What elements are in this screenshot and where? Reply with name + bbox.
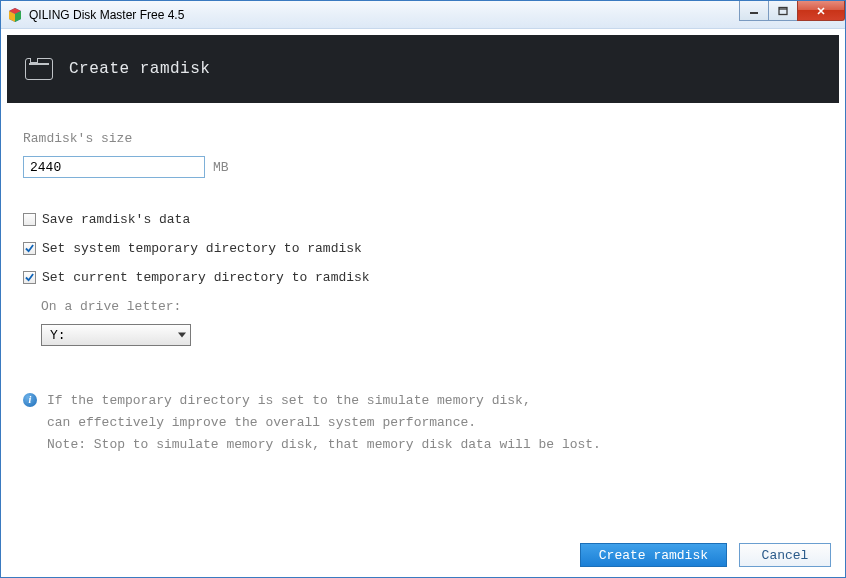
window-controls — [740, 1, 845, 21]
checkbox-label: Set system temporary directory to ramdis… — [42, 241, 362, 256]
size-label: Ramdisk's size — [23, 131, 823, 146]
app-window: QILING Disk Master Free 4.5 Create ramdi… — [0, 0, 846, 578]
maximize-button[interactable] — [768, 1, 798, 21]
checkbox-label: Set current temporary directory to ramdi… — [42, 270, 370, 285]
size-input[interactable] — [23, 156, 205, 178]
cancel-button[interactable]: Cancel — [739, 543, 831, 567]
chevron-down-icon — [178, 333, 186, 338]
checkbox-system-temp[interactable]: Set system temporary directory to ramdis… — [23, 241, 823, 256]
form-area: Ramdisk's size MB Save ramdisk's data Se… — [1, 103, 845, 456]
size-unit: MB — [213, 160, 229, 175]
drive-letter-dropdown[interactable]: Y: — [41, 324, 191, 346]
minimize-button[interactable] — [739, 1, 769, 21]
drive-label: On a drive letter: — [41, 299, 823, 314]
checkbox-label: Save ramdisk's data — [42, 212, 190, 227]
info-text: If the temporary directory is set to the… — [47, 390, 601, 456]
info-icon: i — [23, 393, 37, 407]
footer: Create ramdisk Cancel — [580, 543, 831, 567]
create-ramdisk-button[interactable]: Create ramdisk — [580, 543, 727, 567]
close-button[interactable] — [797, 1, 845, 21]
checkbox-icon — [23, 242, 36, 255]
checkbox-icon — [23, 213, 36, 226]
titlebar: QILING Disk Master Free 4.5 — [1, 1, 845, 29]
app-icon — [7, 7, 23, 23]
sdcard-icon — [25, 58, 53, 80]
checkbox-icon — [23, 271, 36, 284]
window-title: QILING Disk Master Free 4.5 — [29, 8, 184, 22]
dropdown-value: Y: — [50, 328, 66, 343]
banner: Create ramdisk — [7, 35, 839, 103]
info-block: i If the temporary directory is set to t… — [23, 390, 823, 456]
checkbox-current-temp[interactable]: Set current temporary directory to ramdi… — [23, 270, 823, 285]
checkbox-save-data[interactable]: Save ramdisk's data — [23, 212, 823, 227]
banner-title: Create ramdisk — [69, 60, 210, 78]
